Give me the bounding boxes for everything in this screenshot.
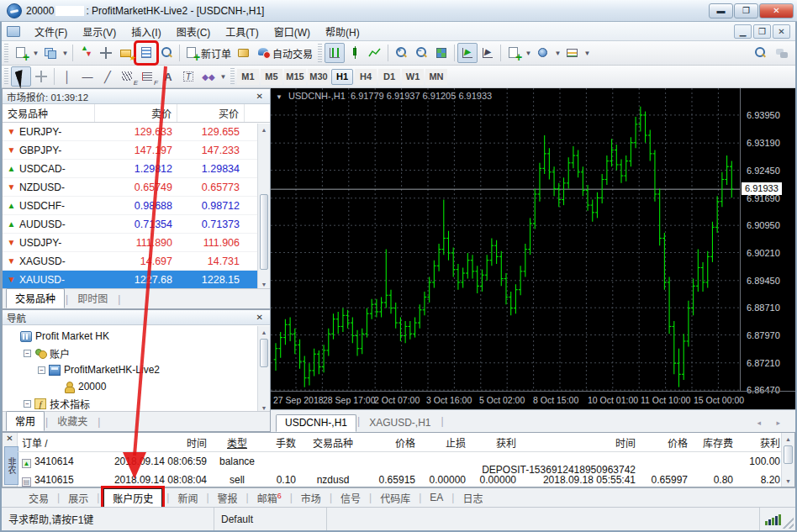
market-row[interactable]: ▼NZDUSD-0.657490.65773 (3, 178, 270, 197)
chart-tab-scroll-arrows[interactable]: ◂ ▸ (748, 419, 795, 432)
strategy-tester-button[interactable] (156, 43, 177, 63)
text-label-tool-button[interactable]: T (178, 66, 198, 87)
terminal-column-header[interactable]: 时间 (98, 435, 211, 450)
new-chart-button[interactable] (11, 43, 31, 63)
terminal-column-header[interactable]: 类型 (211, 435, 263, 450)
terminal-scrollbar[interactable]: ▲ ▼ (781, 433, 794, 487)
navigator-tab[interactable]: 收藏夹 (48, 411, 97, 431)
terminal-tab-邮箱[interactable]: 邮箱6 (249, 489, 290, 507)
scroll-thumb[interactable] (260, 194, 268, 270)
fibonacci-tool-button[interactable]: F (138, 66, 158, 87)
chart-price-axis[interactable]: 6.91933 6.939506.931906.924506.916906.90… (740, 88, 795, 391)
profiles-dropdown[interactable]: ▼ (61, 43, 70, 63)
new-order-button[interactable]: 新订单 (182, 43, 234, 63)
toolbar-grip[interactable] (4, 68, 8, 86)
market-row[interactable]: ▼XAUUSD-1227.681228.15 (3, 271, 270, 289)
tree-item[interactable]: −f技术指标 (3, 395, 270, 412)
indicators-button[interactable] (504, 43, 524, 63)
scroll-thumb[interactable] (784, 445, 793, 464)
market-row[interactable]: ▼EURJPY-129.633129.655 (3, 123, 270, 141)
chart-tab[interactable]: USDCNH-,H1 (276, 414, 356, 432)
timeframe-d1-button[interactable]: D1 (378, 69, 400, 85)
menu-item[interactable]: 工具(T) (218, 22, 266, 41)
terminal-tab-市场[interactable]: 市场 (293, 489, 330, 507)
arrows-tool-button[interactable]: ◆◆ (198, 66, 219, 87)
navigator-toggle-button[interactable] (116, 43, 136, 63)
terminal-row[interactable]: ▤34106152018.09.14 08:08:04sell0.10nzdus… (18, 471, 781, 487)
market-watch-toggle-button[interactable] (76, 43, 96, 63)
navigator-tab[interactable]: 常用 (6, 411, 45, 431)
market-row[interactable]: ▼USDJPY-111.890111.906 (3, 234, 270, 252)
candlestick-chart-button[interactable] (345, 43, 365, 63)
timeframe-h4-button[interactable]: H4 (355, 69, 377, 85)
line-chart-button[interactable] (365, 43, 385, 63)
timeframe-w1-button[interactable]: W1 (402, 69, 424, 85)
minimize-button[interactable]: ▬ (709, 3, 733, 18)
terminal-column-header[interactable]: 时间 (520, 435, 640, 450)
tree-expander-icon[interactable]: − (24, 400, 31, 408)
terminal-column-header[interactable]: 价格 (640, 435, 692, 450)
menu-item[interactable]: 窗口(W) (267, 22, 318, 41)
terminal-tab-交易[interactable]: 交易 (20, 489, 57, 507)
terminal-column-header[interactable]: 价格 (366, 435, 420, 450)
market-row[interactable]: ▲AUDUSD-0.713540.71373 (3, 215, 270, 234)
profiles-button[interactable] (40, 43, 61, 63)
crosshair-tool-button[interactable] (31, 66, 51, 87)
child-restore-button[interactable]: ❐ (753, 24, 771, 39)
market-row[interactable]: ▼XAGUSD-14.69714.731 (3, 252, 270, 271)
terminal-column-header[interactable]: 交易品种 (300, 435, 366, 450)
search-icon[interactable] (753, 46, 767, 60)
market-row[interactable]: ▼GBPJPY-147.197147.233 (3, 141, 270, 160)
periods-dropdown[interactable]: ▼ (553, 43, 562, 63)
data-window-button[interactable] (96, 43, 116, 63)
zoom-out-button[interactable]: − (411, 43, 431, 63)
terminal-column-header[interactable]: 获利 (737, 435, 784, 450)
scroll-up-icon[interactable]: ▲ (258, 124, 270, 135)
terminal-tab-警报[interactable]: 警报 (209, 489, 246, 507)
market-watch-tab[interactable]: 即时图 (68, 288, 117, 308)
terminal-close-icon[interactable]: ✕ (3, 433, 17, 443)
terminal-column-header[interactable]: 订单 / (18, 435, 98, 450)
scroll-up-icon[interactable]: ▲ (782, 433, 794, 445)
child-minimize-button[interactable]: ▁ (734, 24, 752, 39)
terminal-column-header[interactable]: 手数 (263, 435, 300, 450)
timeframe-m1-button[interactable]: M1 (237, 69, 259, 85)
navigator-close-icon[interactable]: ✕ (254, 313, 266, 322)
metaeditor-button[interactable] (234, 43, 254, 63)
chart-tab[interactable]: XAGUSD-,H1 (360, 414, 440, 432)
horizontal-line-tool-button[interactable]: — (77, 66, 98, 87)
tile-windows-button[interactable] (431, 43, 451, 63)
scroll-thumb[interactable] (260, 339, 268, 367)
terminal-tab-账户历史[interactable]: 账户历史 (103, 488, 162, 508)
terminal-tab-EA[interactable]: EA (421, 490, 451, 505)
tree-expander-icon[interactable]: − (24, 350, 31, 357)
bar-chart-button[interactable] (325, 43, 345, 63)
tree-item[interactable]: 20000 (3, 378, 270, 395)
market-row[interactable]: ▲USDCHF-0.986880.98712 (3, 197, 270, 215)
scroll-up-icon[interactable]: ▲ (258, 326, 270, 338)
arrows-tool-dropdown[interactable]: ▼ (219, 66, 228, 87)
menu-item[interactable]: 图表(C) (169, 22, 219, 41)
terminal-column-header[interactable]: 库存费 (692, 435, 737, 450)
tree-item[interactable]: Profit Market HK (3, 328, 270, 345)
auto-scroll-button[interactable] (457, 43, 478, 63)
chart-shift-button[interactable] (478, 43, 498, 63)
chart-plot-area[interactable] (271, 88, 740, 391)
community-chat-icon[interactable] (775, 46, 789, 60)
terminal-toggle-button[interactable] (136, 43, 156, 63)
text-tool-button[interactable]: A (158, 66, 178, 87)
terminal-row[interactable]: ▲34106142018.09.14 08:06:59balanceDEPOSI… (18, 452, 781, 471)
timeframe-m30-button[interactable]: M30 (308, 69, 330, 85)
status-profile[interactable]: Default (214, 508, 327, 530)
tree-item[interactable]: −账户 (3, 345, 270, 361)
terminal-tab-日志[interactable]: 日志 (454, 489, 491, 507)
templates-dropdown[interactable]: ▼ (583, 43, 592, 63)
toolbar-grip[interactable] (4, 44, 8, 62)
toolbar-grip[interactable] (318, 44, 322, 62)
chart-time-axis[interactable]: 27 Sep 201828 Sep 17:002 Oct 07:003 Oct … (271, 391, 795, 409)
terminal-column-header[interactable]: 获利 (470, 435, 520, 450)
market-watch-close-icon[interactable]: ✕ (254, 92, 266, 101)
child-close-button[interactable]: ✕ (773, 24, 790, 39)
timeframe-m15-button[interactable]: M15 (284, 69, 306, 85)
close-button[interactable]: ✕ (759, 3, 794, 18)
